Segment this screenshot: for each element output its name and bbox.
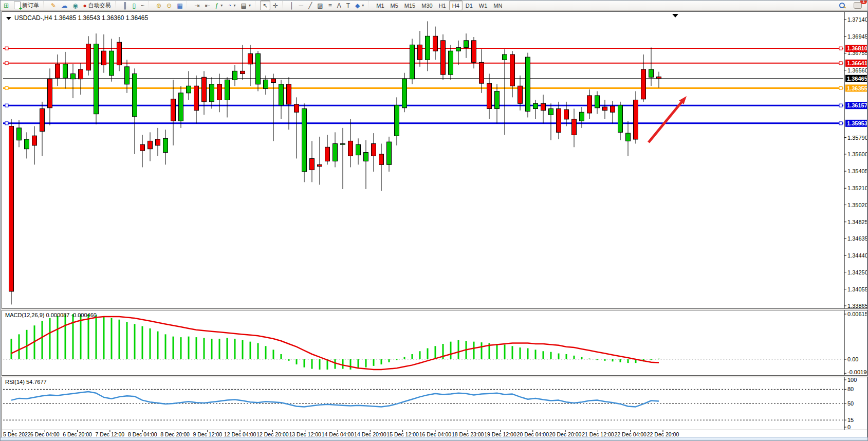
candle [79,69,83,79]
signals-button[interactable]: ◉ [70,1,80,10]
candle [86,44,91,70]
line-anchor-marker[interactable] [5,104,8,107]
dropdown-arrow-icon: ▾ [249,3,251,8]
candle [271,79,276,83]
macd-label: MACD(12,26,9) 0.000087 -0.000460 [5,312,97,318]
text-tool-button[interactable]: A [335,1,344,10]
price-tick-label: 1.35600 [847,151,867,157]
new-order-button[interactable]: 新订单 [11,1,42,10]
time-label: 8 Dec 20:00 [160,431,190,437]
rsi-indicator-panel[interactable]: 1008050150RSI(14) 54.7677 [2,377,867,430]
fibonacci-tool-button[interactable]: ≡ [326,1,335,10]
community-button[interactable]: ☁ [59,1,70,10]
toolbar-separator [115,2,119,9]
bar-chart-button[interactable]: ║ [120,1,130,10]
search-button[interactable] [837,1,848,10]
candle [32,136,37,145]
line-chart-button[interactable]: ~ [138,1,147,10]
arrows-icon: ◆ [355,3,360,9]
price-tick-label: 1.35210 [847,185,867,191]
chart-shift-button[interactable]: ⇤ [202,1,213,10]
candle [402,79,407,108]
line-anchor-marker[interactable] [5,87,8,90]
candle [287,84,291,104]
trendline-tool-button[interactable]: ╱ [306,1,315,10]
toolbar-separator [255,2,258,9]
line-anchor-marker[interactable] [839,87,842,90]
candle [156,139,160,145]
timeframe-button-d1[interactable]: D1 [463,1,476,10]
cursor-tool-button[interactable]: ↖ [260,1,270,10]
candle [449,51,453,75]
crayon-button[interactable]: ✎ [48,1,59,10]
vertical-line-tool-button[interactable]: │ [287,1,297,10]
new-order-label: 新订单 [22,2,39,9]
autotrading-button[interactable]: ● 自动交易 [81,1,114,10]
timeframe-button-h4[interactable]: H4 [449,1,463,10]
line-anchor-marker[interactable] [839,104,842,107]
arrows-tool-button[interactable]: ◆▾ [353,1,366,10]
price-line-label: 1.36810 [847,45,867,51]
timeframe-button-w1[interactable]: W1 [476,1,491,10]
line-anchor-marker[interactable] [5,47,8,50]
candle [40,108,45,131]
timeframe-button-h1[interactable]: H1 [436,1,449,10]
mt4-terminal-window: ⊞ 新订单 ✎ ☁ ◉ ● 自动交易 ║ ▯ ~ ⊕ ⊖ ▦ [0,0,868,441]
text-label-tool-button[interactable]: T [344,1,353,10]
candle [441,41,446,75]
macd-axis-label: 0.00 [847,356,858,362]
crosshair-tool-button[interactable]: ✛ [270,1,281,10]
zoom-in-button[interactable]: ⊕ [154,1,164,10]
periods-button[interactable]: ◔▾ [225,1,238,10]
macd-indicator-panel[interactable]: 0.006150.00-0.001906MACD(12,26,9) 0.0000… [2,310,867,376]
line-anchor-marker[interactable] [839,47,842,50]
timeframe-button-m5[interactable]: M5 [387,1,401,10]
horizontal-line-tool-button[interactable]: ─ [297,1,306,10]
candlestick-button[interactable]: ▯ [130,1,138,10]
candle [603,107,607,111]
timeframe-button-m30[interactable]: M30 [418,1,435,10]
price-tick-label: 1.37140 [847,16,867,23]
autotrading-icon: ● [83,3,87,9]
new-chart-button[interactable]: ⊞ [1,1,11,10]
price-tick-label: 1.35790 [847,135,867,141]
status-bar [1,437,867,441]
channel-tool-button[interactable]: ▨ [315,1,325,10]
candle [341,143,345,144]
tile-windows-button[interactable]: ▦ [174,1,185,10]
candle [379,154,384,164]
candle [503,54,507,60]
auto-scroll-button[interactable]: ⇥ [192,1,202,10]
candle [333,143,338,161]
candle [372,143,376,156]
crosshair-icon: ✛ [273,3,278,9]
timeframe-group: M1M5M15M30H1H4D1W1MN [373,1,506,10]
candle [387,142,392,164]
main-chart-panel[interactable]: 1.371401.369451.367551.365601.357901.356… [2,11,867,309]
candle [133,74,137,116]
dropdown-arrow-icon: ▾ [234,3,236,8]
templates-button[interactable]: ▤▾ [238,1,253,10]
candle [580,112,584,121]
candle [48,79,52,108]
zoom-out-button[interactable]: ⊖ [164,1,174,10]
line-anchor-marker[interactable] [839,62,842,65]
candle [649,69,654,77]
line-anchor-marker[interactable] [5,122,8,125]
timeframe-button-m15[interactable]: M15 [401,1,418,10]
indicators-button[interactable]: ƒ▾ [213,1,226,10]
template-icon: ▤ [241,3,247,9]
line-anchor-marker[interactable] [5,62,8,65]
price-line-label: 1.35953 [847,120,867,126]
line-anchor-marker[interactable] [839,122,842,125]
candle [657,77,661,78]
notifications-button[interactable]: 1 [851,1,864,10]
price-tick-label: 1.33865 [847,303,867,308]
timeframe-button-mn[interactable]: MN [490,1,505,10]
candle [56,64,60,78]
timeframe-button-m1[interactable]: M1 [373,1,387,10]
time-axis[interactable]: 5 Dec 20226 Dec 04:006 Dec 20:007 Dec 12… [2,430,867,437]
candle [233,71,237,80]
time-label: 9 Dec 12:00 [193,431,222,437]
rsi-label: RSI(14) 54.7677 [5,379,47,385]
